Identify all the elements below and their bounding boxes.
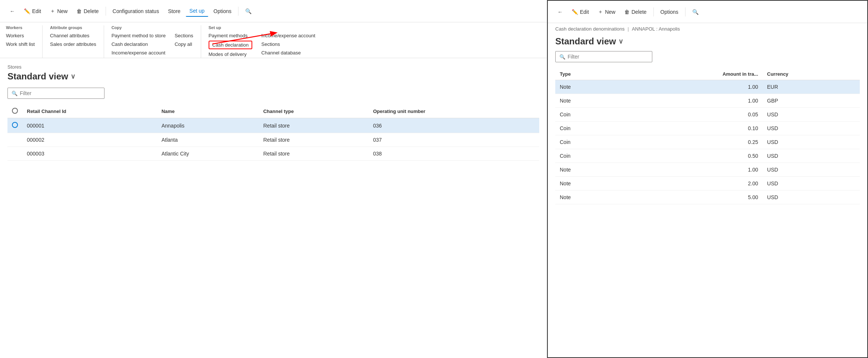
table-row[interactable]: Coin 0.50 USD — [555, 149, 860, 163]
row-amount: 0.10 — [619, 122, 762, 135]
ribbon-group-workers: Workers Workers Work shift list — [6, 25, 43, 58]
ribbon-group-setup: Set up Payment methods Cash declaration … — [209, 25, 323, 58]
row-type: Coin — [555, 108, 619, 122]
ribbon-item-cash-decl-setup[interactable]: Cash declaration — [209, 41, 253, 49]
breadcrumb-section: Cash declaration denominations — [555, 26, 625, 32]
config-status-button[interactable]: Configuration status — [109, 6, 163, 16]
right-new-button[interactable]: ＋ New — [594, 6, 619, 18]
attribute-group-items: Channel attributes Sales order attribute… — [50, 32, 96, 48]
row-amount: 0.05 — [619, 108, 762, 122]
setup-col-1: Payment methods Cash declaration Modes o… — [209, 32, 253, 58]
left-filter-box[interactable]: 🔍 — [7, 88, 104, 99]
toolbar-sep-2 — [238, 7, 238, 16]
row-radio[interactable] — [7, 133, 22, 147]
row-channel-id[interactable]: 000002 — [22, 133, 157, 147]
table-row[interactable]: 000003 Atlantic City Retail store 038 — [7, 147, 539, 161]
chevron-down-icon[interactable]: ∨ — [71, 72, 75, 81]
store-button[interactable]: Store — [164, 6, 184, 16]
ribbon-item-payment-method-store[interactable]: Payment method to store — [112, 32, 166, 39]
row-currency: USD — [763, 191, 860, 204]
right-edit-button[interactable]: ✏️ Edit — [568, 7, 593, 17]
copy-group-items: Payment method to store Cash declaration… — [112, 32, 193, 56]
row-currency: USD — [763, 135, 860, 149]
row-channel-id[interactable]: 000001 — [22, 118, 157, 133]
options-button[interactable]: Options — [210, 6, 235, 16]
ribbon-item-modes-delivery[interactable]: Modes of delivery — [209, 51, 253, 58]
row-name: Atlanta — [157, 133, 259, 147]
plus-icon: ＋ — [50, 8, 55, 15]
table-row[interactable]: 000001 Annapolis Retail store 036 — [7, 118, 539, 133]
ribbon-item-income-expense-copy[interactable]: Income/expense account — [112, 49, 166, 56]
ribbon-item-channel-database[interactable]: Channel database — [261, 49, 315, 56]
row-type: Note — [555, 163, 619, 177]
table-row[interactable]: Coin 0.25 USD — [555, 135, 860, 149]
row-amount: 5.00 — [619, 191, 762, 204]
row-unit-number: 037 — [369, 133, 539, 147]
row-type: Note — [555, 177, 619, 191]
table-row[interactable]: Note 2.00 USD — [555, 177, 860, 191]
row-channel-type: Retail store — [259, 133, 368, 147]
row-currency: USD — [763, 108, 860, 122]
delete-button[interactable]: 🗑 Delete — [73, 6, 102, 16]
right-options-button[interactable]: Options — [657, 7, 682, 17]
workers-group-title: Workers — [6, 25, 35, 30]
ribbon-item-income-expense-setup[interactable]: Income/expense account — [261, 32, 315, 39]
row-currency: USD — [763, 177, 860, 191]
right-filter-search-icon: 🔍 — [559, 54, 565, 60]
table-row[interactable]: Coin 0.10 USD — [555, 122, 860, 135]
right-chevron-down-icon[interactable]: ∨ — [618, 37, 623, 45]
select-all-checkbox[interactable] — [12, 108, 18, 114]
right-table-header-row: Type Amount in tra... Currency — [555, 68, 860, 80]
ribbon-item-work-shift[interactable]: Work shift list — [6, 41, 35, 48]
row-radio[interactable] — [7, 118, 22, 133]
edit-button[interactable]: ✏️ Edit — [20, 6, 45, 16]
right-filter-input[interactable] — [568, 54, 648, 60]
edit-icon: ✏️ — [24, 8, 30, 14]
row-radio[interactable] — [7, 147, 22, 161]
right-back-button[interactable]: ← — [554, 7, 566, 17]
left-filter-input[interactable] — [20, 90, 100, 96]
ribbon-item-copy-all[interactable]: Copy all — [175, 41, 193, 48]
table-row[interactable]: 000002 Atlanta Retail store 037 — [7, 133, 539, 147]
right-col-currency: Currency — [763, 68, 860, 80]
right-delete-button[interactable]: 🗑 Delete — [621, 7, 650, 17]
right-col-amount: Amount in tra... — [619, 68, 762, 80]
ribbon-item-channel-attrs[interactable]: Channel attributes — [50, 32, 96, 39]
table-body: 000001 Annapolis Retail store 036 000002… — [7, 118, 539, 161]
right-filter-box[interactable]: 🔍 — [555, 51, 652, 62]
back-button[interactable]: ← — [6, 6, 19, 16]
row-type: Coin — [555, 149, 619, 163]
ribbon-item-sections-copy[interactable]: Sections — [175, 32, 193, 39]
filter-search-icon: 🔍 — [12, 91, 18, 96]
left-toolbar: ← ✏️ Edit ＋ New 🗑 Delete Configuration s… — [0, 0, 547, 22]
col-name: Name — [157, 105, 259, 118]
ribbon-item-sections-setup[interactable]: Sections — [261, 41, 315, 48]
left-view-title: Standard view ∨ — [7, 71, 539, 82]
row-type: Note — [555, 94, 619, 108]
ribbon-groups: Workers Workers Work shift list Attribut… — [6, 25, 541, 58]
right-edit-icon: ✏️ — [572, 9, 578, 15]
ribbon-item-cash-decl-copy[interactable]: Cash declaration — [112, 41, 166, 48]
col-select — [7, 105, 22, 118]
table-row[interactable]: Note 5.00 USD — [555, 191, 860, 204]
table-row[interactable]: Note 1.00 GBP — [555, 94, 860, 108]
table-row[interactable]: Note 1.00 EUR — [555, 80, 860, 94]
table-row[interactable]: Note 1.00 USD — [555, 163, 860, 177]
breadcrumb-sep: | — [628, 26, 629, 32]
ribbon-item-payment-methods[interactable]: Payment methods — [209, 32, 253, 39]
row-currency: USD — [763, 163, 860, 177]
ribbon-group-attributes: Attribute groups Channel attributes Sale… — [50, 25, 104, 58]
ribbon-item-workers[interactable]: Workers — [6, 32, 35, 39]
row-type: Coin — [555, 122, 619, 135]
right-search-button[interactable]: 🔍 — [689, 7, 702, 17]
ribbon-item-sales-order-attrs[interactable]: Sales order attributes — [50, 41, 96, 48]
table-row[interactable]: Coin 0.05 USD — [555, 108, 860, 122]
new-button[interactable]: ＋ New — [46, 6, 71, 17]
copy-col-2: Sections Copy all — [175, 32, 193, 56]
ribbon: Workers Workers Work shift list Attribut… — [0, 22, 547, 58]
setup-button[interactable]: Set up — [186, 6, 208, 17]
left-content: Stores Standard view ∨ 🔍 Retail Channel … — [0, 58, 547, 358]
row-channel-id[interactable]: 000003 — [22, 147, 157, 161]
right-col-type: Type — [555, 68, 619, 80]
search-button[interactable]: 🔍 — [241, 6, 255, 16]
